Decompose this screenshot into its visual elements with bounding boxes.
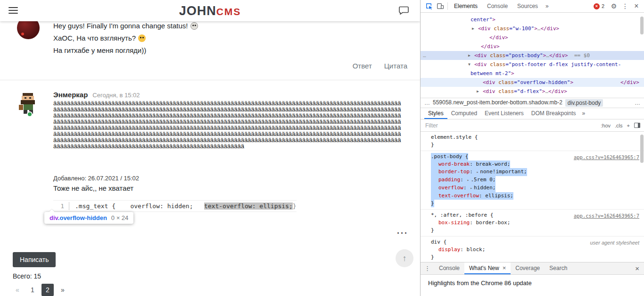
action-link[interactable]: Цитата [384, 62, 407, 70]
post-author[interactable]: Энмеркар [53, 91, 88, 99]
css-property[interactable]: padding: ▸.5rem 0; [431, 176, 495, 184]
filter-controls: :hov.cls+ [601, 123, 630, 128]
drawer-tab-search[interactable]: Search [545, 262, 572, 274]
tab-elements[interactable]: Elements [449, 0, 482, 13]
styles-tab-computed[interactable]: Computed [447, 108, 481, 119]
device-toolbar-icon[interactable] [435, 0, 446, 12]
page-button-«[interactable]: « [11, 284, 24, 296]
tab-console[interactable]: Console [482, 0, 512, 13]
page-button-1[interactable]: 1 [26, 284, 39, 296]
styles-tabs: StylesComputedEvent ListenersDOM Breakpo… [421, 108, 644, 119]
css-property[interactable]: border-top: ▸none!important; [431, 168, 527, 176]
stylesheet-link[interactable]: app.css?v=1626463965:7 [574, 153, 639, 161]
scroll-to-top-button[interactable]: ↑ [396, 249, 413, 267]
code-block: 1 .msg_text { overflow: hidden; text-ove… [53, 200, 297, 212]
stylesheet-link[interactable]: app.css?v=1626463965:7 [574, 212, 639, 220]
css-property[interactable]: text-overflow: ellipsis; [431, 192, 513, 200]
close-tab-icon[interactable]: × [503, 264, 506, 271]
breadcrumb-item[interactable]: div.post-body [565, 99, 603, 107]
settings-gear-icon[interactable]: ⚙ [608, 0, 619, 12]
toolbar-separator [447, 2, 448, 10]
drawer-header: ⋮ ConsoleWhat's New×CoverageSearch × [421, 262, 644, 275]
write-button[interactable]: Написать [13, 252, 56, 267]
drawer-content: Highlights from the Chrome 86 update [421, 275, 644, 296]
dom-tree-line[interactable]: …▶<div class="post-body">…</div> == $0 [421, 51, 644, 60]
laughing-emoji [138, 34, 146, 42]
scrollbar-thumb[interactable] [640, 135, 644, 163]
post1-actions: ОтветЦитата [353, 62, 407, 70]
dom-tree-line[interactable]: </div> [421, 42, 644, 51]
styles-tab-event-listeners[interactable]: Event Listeners [481, 108, 528, 119]
tooltip-dimensions: 0 × 24 [111, 214, 129, 221]
code-text: .msg_text { overflow: hidden; text-overf… [69, 202, 297, 210]
css-rule: app.css?v=1626463965:7.post-body {word-b… [421, 151, 644, 210]
code-highlight: text-overflow: ellipsis; [204, 203, 293, 210]
dom-tree-line[interactable]: ▶<div class="w-100">…</div> [421, 24, 644, 33]
tab--[interactable]: » [543, 0, 552, 13]
stylesheet-origin-note: user agent stylesheet [590, 239, 639, 246]
tab-sources[interactable]: Sources [512, 0, 543, 13]
filter-control-cls[interactable]: .cls [615, 123, 623, 128]
css-rule: app.css?v=1626463965:7*, :after, :before… [421, 210, 644, 237]
drawer-tab-coverage[interactable]: Coverage [511, 262, 545, 274]
styles-tab-styles[interactable]: Styles [424, 108, 447, 119]
post-more-button[interactable]: ··· [397, 228, 408, 238]
message-line: Hey guys! Finally I'm gonna change statu… [53, 20, 198, 32]
devtools-close-icon[interactable]: × [631, 0, 642, 12]
drawer-close-icon[interactable]: × [630, 262, 644, 274]
site-logo[interactable]: JOHNCMS [0, 4, 420, 18]
styles-tab-dom-breakpoints[interactable]: DOM Breakpoints [528, 108, 580, 119]
code-line-number: 1 [53, 202, 69, 210]
page-button-2[interactable]: 2 [41, 284, 54, 296]
toggle-sidebar-icon[interactable] [634, 123, 640, 128]
css-rule: user agent stylesheetdiv {display: block… [421, 237, 644, 262]
breadcrumb-overflow-right[interactable]: … [635, 100, 640, 106]
drawer-tab-console[interactable]: Console [434, 262, 464, 274]
logo-primary: JOHN [179, 4, 216, 18]
expand-value-icon[interactable]: ▸ [476, 170, 479, 174]
twisty-icon[interactable]: ▶ [477, 87, 479, 96]
twisty-icon[interactable]: ▼ [468, 60, 471, 69]
styles-filter-bar: Filter :hov.cls+ [421, 119, 644, 132]
post1-messages: Hey guys! Finally I'm gonna change statu… [53, 20, 198, 57]
dom-tree-line[interactable]: <div class="overflow-hidden"></div> [421, 78, 644, 87]
messages-icon[interactable] [398, 5, 410, 18]
css-property[interactable]: box-sizing: border-box; [431, 219, 644, 227]
twisty-icon[interactable]: ▶ [472, 24, 474, 33]
filter-control-hov[interactable]: :hov [601, 123, 611, 128]
breadcrumb-overflow-left[interactable]: … [424, 100, 430, 106]
styles-pane: element.style {}app.css?v=1626463965:7.p… [421, 132, 644, 262]
styles-tab--[interactable]: » [579, 108, 587, 119]
devtools-menu-icon[interactable]: ⋮ [619, 0, 631, 12]
expand-value-icon[interactable]: ▸ [467, 178, 470, 182]
toolbar-right: × 2 ⚙ ⋮ × [594, 0, 644, 12]
css-selector-line[interactable]: element.style { [431, 134, 644, 141]
inspect-element-icon[interactable] [423, 0, 435, 12]
dom-tree-line[interactable]: center"> [421, 15, 644, 24]
filter-input[interactable]: Filter [425, 122, 438, 129]
css-property[interactable]: display: block; [431, 246, 644, 254]
drawer-tab-what-s-new[interactable]: What's New× [464, 262, 511, 274]
css-selector-line[interactable]: .post-body { [431, 153, 468, 161]
forum-page: Hey guys! Finally I'm gonna change statu… [0, 0, 420, 296]
css-rule: element.style {} [421, 132, 644, 151]
dom-tree-line[interactable]: ▼<div class="post-footer d-flex justify-… [421, 60, 644, 69]
page-button-»[interactable]: » [57, 284, 69, 296]
devtools-toolbar: ElementsConsoleSources» × 2 ⚙ ⋮ × [421, 0, 644, 13]
action-link[interactable]: Ответ [353, 62, 372, 70]
online-status-dot [27, 111, 33, 117]
styles-rules: element.style {}app.css?v=1626463965:7.p… [421, 132, 644, 262]
filter-control-[interactable]: + [627, 123, 630, 128]
tooltip-class: .overflow-hidden [58, 214, 107, 221]
css-property[interactable]: word-break: break-word; [431, 161, 510, 168]
css-property[interactable]: overflow: ▸hidden; [431, 184, 495, 192]
dom-tree-line[interactable]: ▶<div class="d-flex">…</div> [421, 87, 644, 96]
drawer-menu-icon[interactable]: ⋮ [421, 262, 434, 274]
expand-value-icon[interactable]: ▸ [470, 186, 472, 190]
twisty-icon[interactable]: ▶ [468, 51, 471, 60]
error-count-badge[interactable]: × 2 [594, 3, 604, 9]
dom-tree-line[interactable]: between mt-2"> [421, 69, 644, 78]
dom-tree-line[interactable]: </div> [421, 33, 644, 42]
breadcrumb-items: 559058.new_post-item.border-bottom.shado… [433, 99, 603, 107]
breadcrumb-item[interactable]: 559058.new_post-item.border-bottom.shado… [433, 99, 562, 107]
